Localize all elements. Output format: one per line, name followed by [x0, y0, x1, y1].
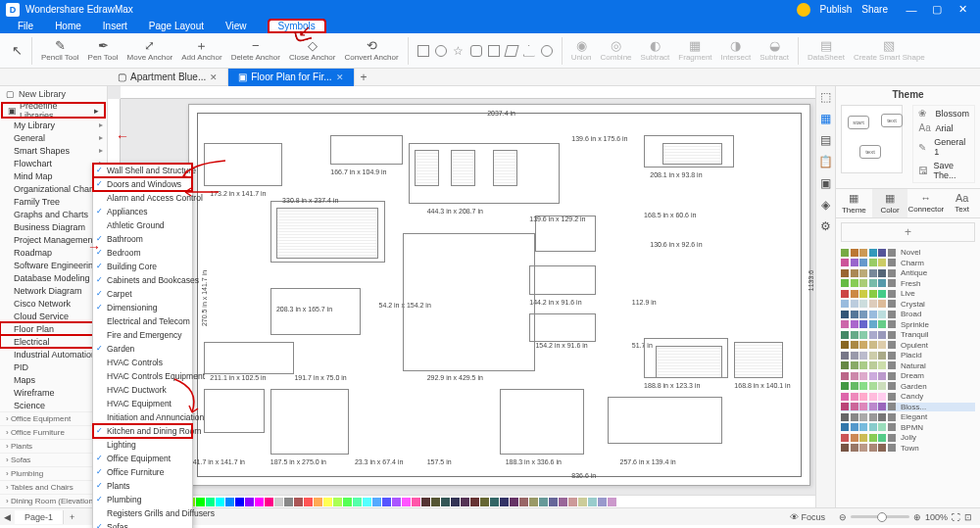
palette-town[interactable]: Town	[841, 444, 975, 453]
palette-bloss...[interactable]: Bloss...	[841, 403, 975, 411]
subcategory[interactable]: › Tables and Chairs	[0, 480, 107, 494]
flyout-registers-grills-and-diffusers[interactable]: Registers Grills and Diffusers	[93, 506, 192, 520]
intersect-tool[interactable]: ◑Intersect	[717, 39, 756, 62]
theme-icon[interactable]: ⬚	[820, 90, 831, 104]
flyout-building-core[interactable]: Building Core	[93, 260, 192, 273]
flyout-cabinets-and-bookcases[interactable]: Cabinets and Bookcases	[93, 273, 192, 287]
category-organizational-chart[interactable]: Organizational Chart▸	[0, 182, 107, 195]
category-roadmap[interactable]: Roadmap▸	[0, 246, 107, 259]
category-software-engineering[interactable]: Software Engineering▸	[0, 259, 107, 271]
theme-opt[interactable]: ✎General 1	[913, 135, 974, 159]
menu-page-layout[interactable]: Page Layout	[149, 21, 204, 31]
subtab-color[interactable]: ▦Color	[872, 189, 908, 217]
flyout-plants[interactable]: Plants	[93, 479, 192, 493]
page[interactable]: 2037.4 in 836.6 in 173.2 in x 141.7 in 1…	[188, 104, 810, 486]
flyout-dimensioning[interactable]: Dimensioning	[93, 301, 192, 314]
history-icon[interactable]: ▣	[820, 176, 831, 190]
pencil-tool[interactable]: ✎Pencil Tool	[37, 39, 83, 62]
menu-file[interactable]: File	[18, 21, 33, 31]
flyout-appliances[interactable]: Appliances	[93, 205, 192, 218]
style-icon[interactable]: ▦	[820, 112, 831, 125]
palette-broad[interactable]: Broad	[841, 310, 975, 318]
menu-home[interactable]: Home	[55, 21, 81, 31]
subtab-connector[interactable]: ↔Connector	[907, 189, 944, 217]
palette-opulent[interactable]: Opulent	[841, 341, 975, 350]
subtract-tool[interactable]: ◐Subtract	[637, 39, 674, 62]
palette-charm[interactable]: Charm	[841, 259, 975, 267]
category-cloud-service[interactable]: Cloud Service▸	[0, 310, 107, 322]
pen-tool[interactable]: ✒Pen Tool	[84, 39, 122, 62]
palette-antique[interactable]: Antique	[841, 268, 975, 277]
datasheet-tool[interactable]: ▤DataSheet	[804, 39, 849, 62]
category-wireframe[interactable]: Wireframe▸	[0, 386, 107, 399]
flyout-athletic-ground[interactable]: Athletic Ground	[93, 218, 192, 232]
add-anchor-tool[interactable]: ＋Add Anchor	[177, 39, 225, 62]
share-button[interactable]: Share	[861, 4, 888, 15]
category-database-modeling[interactable]: Database Modeling▸	[0, 271, 107, 284]
category-cisco-network[interactable]: Cisco Network▸	[0, 297, 107, 310]
palette-jolly[interactable]: Jolly	[841, 433, 975, 442]
palette-novel[interactable]: Novel	[841, 248, 975, 257]
flyout-office-furniture[interactable]: Office Furniture	[93, 465, 192, 479]
category-pid[interactable]: PID▸	[0, 360, 107, 373]
category-smart-shapes[interactable]: Smart Shapes▸	[0, 144, 107, 157]
delete-anchor-tool[interactable]: −Delete Anchor	[227, 39, 284, 62]
category-floor-plan[interactable]: Floor Plan▸	[0, 322, 107, 335]
settings-icon[interactable]: ⚙	[820, 219, 831, 233]
flyout-lighting[interactable]: Lighting	[93, 438, 192, 452]
flyout-fire-and-emergency[interactable]: Fire and Emergency	[93, 328, 192, 342]
subtab-text[interactable]: AaText	[944, 189, 980, 217]
category-general[interactable]: General▸	[0, 131, 107, 144]
flyout-sofas[interactable]: Sofas	[93, 520, 192, 528]
minimize-button[interactable]: —	[900, 4, 923, 16]
focus-button[interactable]: 👁 Focus	[784, 512, 831, 522]
comment-icon[interactable]: ◈	[821, 198, 830, 212]
category-network-diagram[interactable]: Network Diagram▸	[0, 284, 107, 297]
category-industrial-automation[interactable]: Industrial Automation▸	[0, 348, 107, 360]
flyout-bathroom[interactable]: Bathroom	[93, 232, 192, 246]
theme-opt[interactable]: ❀Blossom	[913, 106, 974, 120]
category-flowchart[interactable]: Flowchart▸	[0, 157, 107, 169]
palette-elegant[interactable]: Elegant	[841, 412, 975, 421]
fragment-tool[interactable]: ▦Fragment	[674, 39, 715, 62]
palette-fresh[interactable]: Fresh	[841, 279, 975, 288]
flyout-alarm-and-access-control[interactable]: Alarm and Access Control	[93, 191, 192, 205]
palette-live[interactable]: Live	[841, 289, 975, 298]
close-anchor-tool[interactable]: ◇Close Anchor	[285, 39, 340, 62]
add-page[interactable]: +	[64, 512, 80, 522]
menu-symbols[interactable]: Symbols	[269, 20, 325, 32]
page-tab[interactable]: Page-1	[15, 510, 64, 524]
flyout-plumbing[interactable]: Plumbing	[93, 493, 192, 506]
category-family-tree[interactable]: Family Tree▸	[0, 195, 107, 208]
color-swatchbar[interactable]	[108, 495, 815, 507]
subcategory[interactable]: › Plumbing	[0, 466, 107, 480]
palette-garden[interactable]: Garden	[841, 382, 975, 391]
subcategory[interactable]: › Dining Room (Elevation)	[0, 494, 107, 507]
flyout-hvac-controls[interactable]: HVAC Controls	[93, 356, 192, 369]
doc-tab[interactable]: ▣ Floor Plan for Fir...✕	[228, 69, 354, 86]
flyout-hvac-ductwork[interactable]: HVAC Ductwork	[93, 383, 192, 397]
category-my-library[interactable]: My Library▸	[0, 119, 107, 131]
palette-natural[interactable]: Natural	[841, 361, 975, 370]
cursor-tool[interactable]: ↖	[8, 44, 26, 58]
palette-sprinkle[interactable]: Sprinkle	[841, 320, 975, 329]
flyout-wall-shell-and-structure[interactable]: Wall Shell and Structure	[93, 164, 192, 177]
menu-insert[interactable]: Insert	[103, 21, 127, 31]
palette-placid[interactable]: Placid	[841, 351, 975, 360]
flyout-carpet[interactable]: Carpet	[93, 287, 192, 301]
category-electrical[interactable]: Electrical▸	[0, 335, 107, 348]
flyout-bedroom[interactable]: Bedroom	[93, 246, 192, 260]
category-maps[interactable]: Maps▸	[0, 373, 107, 386]
doc-tab[interactable]: ▢ Apartment Blue...✕	[108, 69, 228, 86]
category-science[interactable]: Science▸	[0, 399, 107, 411]
zoom-control[interactable]: ⊖⊕ 100% ⛶⊡	[831, 512, 980, 522]
maximize-button[interactable]: ▢	[925, 3, 949, 16]
flyout-hvac-controls-equipment[interactable]: HVAC Controls Equipment	[93, 369, 192, 383]
close-button[interactable]: ✕	[951, 3, 974, 16]
publish-button[interactable]: Publish	[820, 4, 853, 15]
convert-anchor-tool[interactable]: ⟲Convert Anchor	[340, 39, 402, 62]
subtract2-tool[interactable]: ◒Subtract	[756, 39, 793, 62]
flyout-office-equipment[interactable]: Office Equipment	[93, 452, 192, 465]
subcategory[interactable]: › Plants	[0, 439, 107, 453]
combine-tool[interactable]: ◎Combine	[597, 39, 636, 62]
